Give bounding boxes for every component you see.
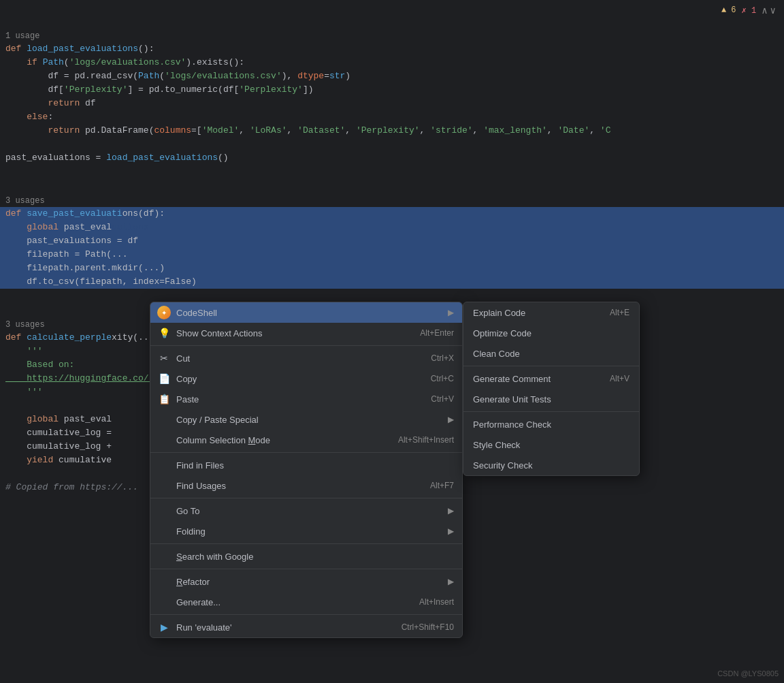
- find-usages-item[interactable]: Find Usages Alt+F7: [150, 475, 462, 496]
- generate-comment-item[interactable]: Generate Comment Alt+V: [463, 368, 639, 389]
- security-check-item[interactable]: Security Check: [463, 455, 639, 475]
- explain-code-label: Explain Code: [473, 308, 610, 318]
- generate-label: Generate...: [176, 597, 406, 607]
- cut-shortcut: Ctrl+X: [431, 353, 454, 363]
- usage-label-1: 1 usage: [0, 27, 784, 42]
- separator-6: [150, 614, 462, 615]
- paste-icon: 📋: [157, 392, 171, 406]
- find-usages-icon: [157, 479, 171, 492]
- watermark: CSDN @LYS0805: [717, 669, 779, 678]
- explain-code-item[interactable]: Explain Code Alt+E: [463, 302, 639, 323]
- lightbulb-icon: 💡: [157, 326, 171, 340]
- code-line: return df: [0, 97, 784, 110]
- code-line: def load_past_evaluations():: [0, 42, 784, 56]
- code-line: else:: [0, 110, 784, 124]
- context-menu-wrapper: ✦ CodeShell ▶ 💡 Show Context Actions Alt…: [150, 302, 640, 638]
- performance-check-label: Performance Check: [473, 419, 630, 430]
- code-line: [0, 138, 784, 151]
- code-line-selected: global past_evaluations: [0, 221, 784, 234]
- navigation-chevrons[interactable]: ∧ ∨: [762, 5, 776, 16]
- run-shortcut: Ctrl+Shift+F10: [402, 622, 454, 632]
- paste-label: Paste: [176, 394, 417, 404]
- separator-3: [150, 498, 462, 498]
- generate-comment-label: Generate Comment: [473, 374, 610, 384]
- performance-check-item[interactable]: Performance Check: [463, 414, 639, 434]
- show-context-actions-label: Show Context Actions: [176, 328, 406, 338]
- copy-icon: 📄: [157, 372, 171, 385]
- generate-unit-tests-label: Generate Unit Tests: [473, 394, 630, 404]
- generate-item[interactable]: Generate... Alt+Insert: [150, 592, 462, 612]
- separator-2: [150, 452, 462, 453]
- code-line: df = pd.read_csv(Path('logs/evaluations.…: [0, 69, 784, 83]
- search-google-item[interactable]: Search with Google: [150, 546, 462, 567]
- folding-icon: [157, 524, 171, 538]
- run-evaluate-label: Run 'evaluate': [176, 622, 388, 633]
- go-to-icon: [157, 504, 171, 518]
- refactor-item[interactable]: Refactor ▶: [150, 571, 462, 592]
- folding-item[interactable]: Folding ▶: [150, 521, 462, 541]
- column-selection-icon: [157, 433, 171, 447]
- code-line: [0, 165, 784, 178]
- cut-icon: ✂: [157, 351, 171, 365]
- warning-count[interactable]: ▲ 6: [721, 5, 736, 15]
- folding-arrow: ▶: [448, 526, 454, 536]
- codeshell-arrow-icon: ▶: [448, 308, 454, 317]
- run-icon: ▶: [157, 620, 171, 634]
- search-google-label: Search with Google: [176, 552, 454, 562]
- paste-menu-item[interactable]: 📋 Paste Ctrl+V: [150, 389, 462, 409]
- context-menu: ✦ CodeShell ▶ 💡 Show Context Actions Alt…: [150, 302, 463, 638]
- top-bar: ▲ 6 ✗ 1 ∧ ∨: [721, 0, 784, 20]
- codeshell-icon: ✦: [157, 306, 171, 319]
- codeshell-submenu: Explain Code Alt+E Optimize Code Clean C…: [463, 302, 640, 476]
- generate-icon: [157, 595, 171, 609]
- copy-paste-special-item[interactable]: Copy / Paste Special ▶: [150, 409, 462, 430]
- error-count[interactable]: ✗ 1: [741, 5, 756, 16]
- style-check-item[interactable]: Style Check: [463, 434, 639, 455]
- go-to-item[interactable]: Go To ▶: [150, 501, 462, 521]
- clean-code-item[interactable]: Clean Code: [463, 343, 639, 364]
- search-google-icon: [157, 550, 171, 563]
- copy-menu-item[interactable]: 📄 Copy Ctrl+C: [150, 368, 462, 389]
- copy-shortcut: Ctrl+C: [431, 374, 454, 383]
- submenu-separator-1: [463, 366, 639, 366]
- column-selection-item[interactable]: Column Selection Mode Alt+Shift+Insert: [150, 430, 462, 450]
- chevron-up-icon[interactable]: ∧: [762, 5, 767, 16]
- code-line-selected: df.to_csv(filepath, index=False): [0, 275, 784, 289]
- clean-code-label: Clean Code: [473, 349, 630, 359]
- code-line: df['Perplexity'] = pd.to_numeric(df['Per…: [0, 83, 784, 97]
- generate-unit-tests-item[interactable]: Generate Unit Tests: [463, 389, 639, 409]
- run-evaluate-item[interactable]: ▶ Run 'evaluate' Ctrl+Shift+F10: [150, 617, 462, 637]
- code-line: past_evaluations = load_past_evaluations…: [0, 151, 784, 165]
- folding-label: Folding: [176, 526, 442, 537]
- find-in-files-label: Find in Files: [176, 460, 454, 471]
- separator-5: [150, 569, 462, 569]
- submenu-separator-2: [463, 411, 639, 412]
- explain-code-shortcut: Alt+E: [610, 308, 630, 317]
- optimize-code-label: Optimize Code: [473, 328, 630, 338]
- codeshell-label: CodeShell: [176, 308, 442, 318]
- find-usages-label: Find Usages: [176, 481, 416, 491]
- find-in-files-item[interactable]: Find in Files: [150, 455, 462, 475]
- go-to-label: Go To: [176, 506, 442, 516]
- show-context-actions-item[interactable]: 💡 Show Context Actions Alt+Enter: [150, 323, 462, 343]
- code-line: if Path('logs/evaluations.csv').exists()…: [0, 56, 784, 69]
- code-line: [0, 178, 784, 192]
- go-to-arrow: ▶: [448, 506, 454, 515]
- column-selection-shortcut: Alt+Shift+Insert: [398, 435, 454, 445]
- codeshell-menu-item[interactable]: ✦ CodeShell ▶: [150, 302, 462, 323]
- refactor-label: Refactor: [176, 577, 442, 587]
- code-line-selected: def save_past_evaluations(df):: [0, 207, 784, 221]
- generate-shortcut: Alt+Insert: [419, 597, 454, 607]
- usage-label-2: 3 usages: [0, 192, 784, 207]
- copy-paste-special-arrow: ▶: [448, 415, 454, 424]
- cut-menu-item[interactable]: ✂ Cut Ctrl+X: [150, 348, 462, 368]
- code-line-selected: filepath = Path(...: [0, 248, 784, 261]
- copy-paste-special-icon: [157, 413, 171, 426]
- security-check-label: Security Check: [473, 460, 630, 471]
- chevron-down-icon[interactable]: ∨: [770, 5, 776, 16]
- paste-shortcut: Ctrl+V: [431, 394, 454, 404]
- code-line-selected: filepath.parent.mkdir(...): [0, 261, 784, 275]
- find-usages-shortcut: Alt+F7: [430, 481, 454, 490]
- code-line-selected: past_evaluations = df: [0, 234, 784, 248]
- optimize-code-item[interactable]: Optimize Code: [463, 323, 639, 343]
